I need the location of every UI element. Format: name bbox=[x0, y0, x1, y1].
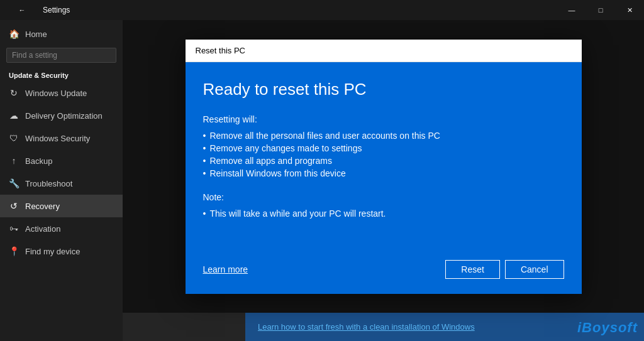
sidebar-recovery-label: Recovery bbox=[25, 202, 60, 211]
sidebar-item-backup[interactable]: ↑ Backup bbox=[0, 149, 123, 172]
windows-security-icon: 🛡 bbox=[9, 133, 19, 143]
maximize-button[interactable]: □ bbox=[586, 0, 615, 20]
find-device-icon: 📍 bbox=[9, 246, 19, 256]
app-title: Settings bbox=[43, 6, 70, 14]
sidebar-windows-update-label: Windows Update bbox=[25, 89, 87, 98]
sidebar-section-label: Update & Security bbox=[0, 68, 123, 82]
modal-overlay: Reset this PC Ready to reset this PC Res… bbox=[123, 20, 644, 313]
delivery-optimization-icon: ☁ bbox=[9, 111, 19, 121]
search-input[interactable] bbox=[12, 51, 111, 60]
dialog-body: Ready to reset this PC Resetting will: R… bbox=[186, 62, 582, 260]
cancel-button[interactable]: Cancel bbox=[505, 260, 564, 279]
search-box[interactable] bbox=[6, 48, 116, 63]
back-button[interactable]: ← bbox=[8, 0, 36, 20]
iboysoft-logo: iBoysoft bbox=[577, 320, 638, 336]
note-list: This will take a while and your PC will … bbox=[203, 207, 564, 220]
recovery-icon: ↺ bbox=[9, 201, 19, 211]
main-content: Reset this PC Ready to reset this PC Res… bbox=[123, 20, 644, 341]
dialog-footer: Learn more Reset Cancel bbox=[186, 260, 582, 294]
sidebar-item-activation[interactable]: 🗝 Activation bbox=[0, 217, 123, 240]
reset-button[interactable]: Reset bbox=[445, 260, 500, 279]
list-item: Remove all the personal files and user a… bbox=[203, 129, 564, 142]
sidebar-item-recovery[interactable]: ↺ Recovery bbox=[0, 195, 123, 217]
sidebar-troubleshoot-label: Troubleshoot bbox=[25, 179, 72, 188]
sidebar-find-device-label: Find my device bbox=[25, 247, 80, 256]
dialog-titlebar-text: Reset this PC bbox=[196, 46, 245, 55]
learn-more-link[interactable]: Learn more bbox=[203, 264, 248, 274]
troubleshoot-icon: 🔧 bbox=[9, 178, 19, 188]
sidebar-item-find-device[interactable]: 📍 Find my device bbox=[0, 240, 123, 263]
dialog-titlebar: Reset this PC bbox=[186, 40, 582, 62]
titlebar: ← Settings — □ ✕ bbox=[0, 0, 644, 20]
home-icon: 🏠 bbox=[9, 29, 19, 39]
minimize-button[interactable]: — bbox=[557, 0, 586, 20]
activation-icon: 🗝 bbox=[9, 224, 19, 234]
window-controls: — □ ✕ bbox=[557, 0, 644, 20]
back-icon: ← bbox=[19, 6, 26, 14]
bottom-bar-link[interactable]: Learn how to start fresh with a clean in… bbox=[258, 322, 475, 332]
sidebar-activation-label: Activation bbox=[25, 224, 60, 234]
close-button[interactable]: ✕ bbox=[615, 0, 644, 20]
list-item: Remove any changes made to settings bbox=[203, 142, 564, 154]
sidebar-delivery-label: Delivery Optimization bbox=[25, 111, 103, 121]
sidebar-item-windows-security[interactable]: 🛡 Windows Security bbox=[0, 127, 123, 149]
sidebar: 🏠 Home Update & Security ↻ Windows Updat… bbox=[0, 20, 123, 341]
resetting-list: Remove all the personal files and user a… bbox=[203, 129, 564, 180]
sidebar-item-delivery-optimization[interactable]: ☁ Delivery Optimization bbox=[0, 104, 123, 127]
dialog-buttons: Reset Cancel bbox=[445, 260, 564, 279]
list-item: Reinstall Windows from this device bbox=[203, 167, 564, 180]
sidebar-item-home[interactable]: 🏠 Home bbox=[0, 20, 123, 45]
windows-update-icon: ↻ bbox=[9, 88, 19, 98]
dialog-title: Ready to reset this PC bbox=[203, 80, 564, 99]
sidebar-security-label: Windows Security bbox=[25, 134, 90, 143]
resetting-label: Resetting will: bbox=[203, 114, 564, 124]
bottom-bar: Learn how to start fresh with a clean in… bbox=[245, 313, 644, 341]
sidebar-item-windows-update[interactable]: ↻ Windows Update bbox=[0, 82, 123, 104]
reset-dialog: Reset this PC Ready to reset this PC Res… bbox=[186, 40, 582, 294]
backup-icon: ↑ bbox=[9, 156, 19, 166]
sidebar-home-label: Home bbox=[25, 30, 47, 39]
sidebar-item-troubleshoot[interactable]: 🔧 Troubleshoot bbox=[0, 172, 123, 195]
note-label: Note: bbox=[203, 192, 564, 202]
list-item: Remove all apps and programs bbox=[203, 154, 564, 167]
note-list-item: This will take a while and your PC will … bbox=[203, 207, 564, 220]
app-container: 🏠 Home Update & Security ↻ Windows Updat… bbox=[0, 20, 644, 341]
sidebar-backup-label: Backup bbox=[25, 156, 52, 166]
